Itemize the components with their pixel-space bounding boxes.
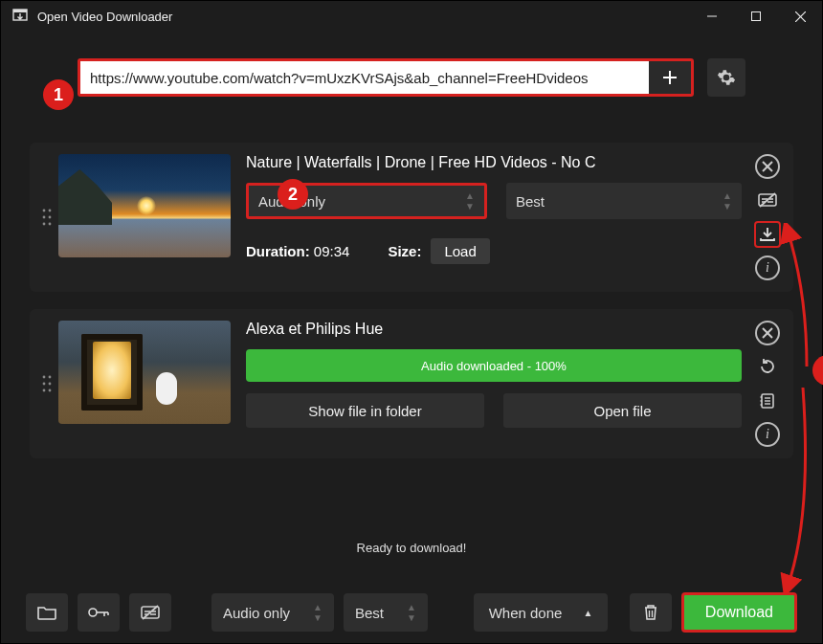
settings-button[interactable] [707,58,745,97]
global-quality-select[interactable]: Best▲▼ [344,593,428,632]
bottom-bar: Audio only▲▼ Best▲▼ When done▲ Download [1,582,822,643]
chevron-updown-icon: ▲▼ [723,190,732,211]
subtitles-button[interactable] [754,187,781,213]
add-url-button[interactable] [649,61,691,94]
show-in-folder-button[interactable]: Show file in folder [246,393,484,428]
open-folder-button[interactable] [26,593,68,632]
global-format-value: Audio only [223,605,290,621]
plus-icon [660,68,679,87]
key-icon [88,607,109,618]
annotation-callout-1: 1 [43,79,74,110]
window-title: Open Video Downloader [37,10,690,24]
svg-point-22 [43,376,46,379]
svg-point-24 [43,383,46,386]
svg-point-12 [43,223,46,226]
card-actions: i [751,321,784,447]
drag-handle[interactable] [35,154,58,280]
svg-rect-3 [752,12,761,21]
remove-button[interactable] [755,154,780,179]
chevron-updown-icon: ▲▼ [465,190,475,211]
content-area: Nature | Waterfalls | Drone | Free HD Vi… [1,32,822,582]
gear-icon [717,68,736,87]
svg-line-21 [760,193,775,207]
url-input[interactable] [80,61,649,94]
titlebar: Open Video Downloader [1,1,822,32]
quality-select-value: Best [516,193,545,210]
info-button[interactable]: i [755,422,780,447]
when-done-select[interactable]: When done▲ [474,593,608,632]
info-icon: i [766,428,769,441]
download-item-button[interactable] [754,221,781,248]
card-meta: Nature | Waterfalls | Drone | Free HD Vi… [231,154,751,280]
status-text: Ready to download! [30,541,793,555]
url-box [78,58,694,97]
svg-point-11 [49,216,52,219]
annotation-callout-2: 2 [278,179,308,210]
app-window: Open Video Downloader [0,0,823,644]
svg-point-8 [43,210,46,212]
download-card: Nature | Waterfalls | Drone | Free HD Vi… [30,143,793,292]
close-icon [762,327,773,339]
svg-point-23 [49,376,52,379]
when-done-value: When done [489,605,563,621]
card-actions: i [751,154,784,280]
annotation-callout-3: 3 [812,355,823,386]
download-button[interactable]: Download [681,592,797,633]
subtitles-global-button[interactable] [129,593,171,632]
svg-point-27 [49,389,52,392]
global-format-select[interactable]: Audio only▲▼ [211,593,334,632]
info-icon: i [766,261,769,275]
grip-icon [42,209,52,226]
svg-point-10 [43,216,46,219]
info-button[interactable]: i [755,255,780,280]
subtitles-off-icon [141,605,160,620]
grip-icon [42,375,52,392]
duration-field: Duration: 09:34 [246,243,349,259]
svg-point-13 [49,223,52,226]
video-thumbnail [58,154,231,257]
svg-point-26 [43,389,46,392]
log-icon [759,392,776,410]
log-button[interactable] [754,388,781,414]
drag-handle[interactable] [35,321,58,447]
folder-icon [37,605,56,620]
svg-point-9 [49,210,52,212]
close-icon [762,161,773,172]
maximize-button[interactable] [734,1,778,32]
retry-button[interactable] [754,353,781,380]
auth-button[interactable] [78,593,120,632]
svg-point-25 [49,383,52,386]
global-quality-value: Best [355,605,384,621]
video-title: Nature | Waterfalls | Drone | Free HD Vi… [246,154,742,171]
url-row [78,58,745,97]
video-thumbnail [58,321,231,424]
quality-select[interactable]: Best ▲▼ [506,183,742,219]
download-icon [759,227,776,242]
svg-rect-1 [13,10,27,12]
close-button[interactable] [778,1,822,32]
download-card: Alexa et Philips Hue Audio downloaded - … [30,309,793,458]
window-controls [690,1,822,32]
svg-line-46 [143,606,158,619]
chevron-updown-icon: ▲▼ [313,602,323,623]
app-icon [11,9,30,24]
chevron-up-icon: ▲ [583,608,592,618]
progress-bar: Audio downloaded - 100% [246,349,742,382]
minimize-button[interactable] [690,1,734,32]
size-field: Size: Load [388,238,489,264]
video-title: Alexa et Philips Hue [246,321,742,338]
chevron-updown-icon: ▲▼ [407,602,416,623]
clear-list-button[interactable] [630,593,672,632]
remove-button[interactable] [755,321,780,345]
card-meta: Alexa et Philips Hue Audio downloaded - … [231,321,751,447]
open-file-button[interactable]: Open file [503,393,742,428]
load-size-button[interactable]: Load [431,238,489,264]
svg-point-37 [89,609,97,616]
trash-icon [643,604,658,621]
subtitles-off-icon [758,192,777,208]
retry-icon [758,357,777,376]
